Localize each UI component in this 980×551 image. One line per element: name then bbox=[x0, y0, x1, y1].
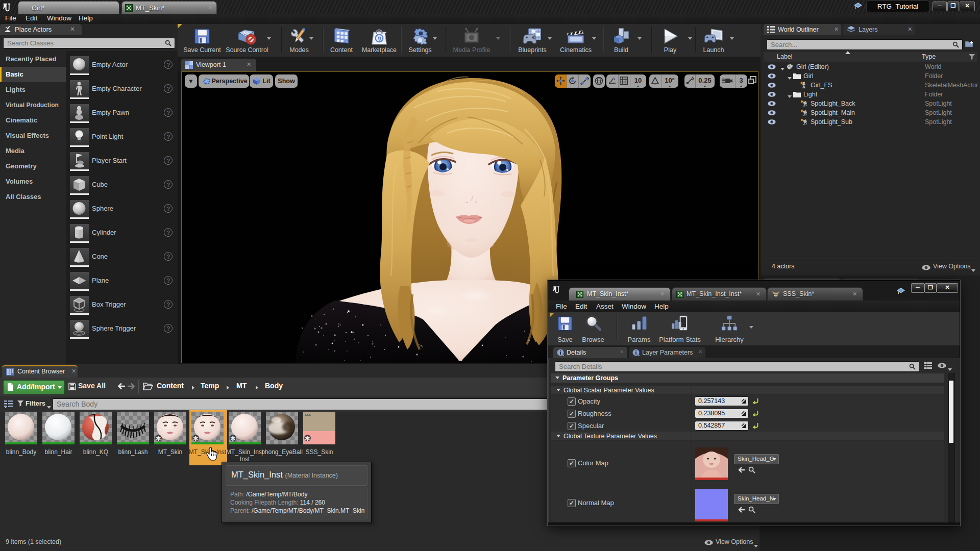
menu-edit[interactable]: Edit bbox=[575, 303, 587, 310]
close-icon[interactable]: ✕ bbox=[208, 4, 213, 11]
window-restore-button[interactable]: ❐ bbox=[924, 283, 937, 293]
blueprints-button[interactable]: Blueprints bbox=[513, 25, 552, 55]
marketplace-button[interactable]: Marketplace bbox=[358, 25, 400, 55]
list-item-point-light[interactable]: Point Light? bbox=[66, 126, 178, 149]
roughness-checkbox[interactable]: ✓ bbox=[568, 410, 576, 418]
specular-checkbox[interactable]: ✓ bbox=[568, 422, 576, 430]
editor-tab-mt-skin-inst[interactable]: MT_Skin_Inst* ✕ bbox=[569, 287, 671, 301]
source-control-button[interactable]: Source Control bbox=[219, 25, 275, 55]
menu-window[interactable]: Window bbox=[47, 14, 71, 22]
place-actors-tab[interactable]: Place Actors ✕ bbox=[0, 24, 82, 35]
rotate-tool-button[interactable] bbox=[567, 74, 579, 88]
filters-button[interactable]: Filters bbox=[26, 399, 45, 407]
category-visual-effects[interactable]: Visual Effects bbox=[0, 128, 66, 143]
save-current-button[interactable]: Save Current bbox=[182, 25, 223, 55]
category-media[interactable]: Media bbox=[0, 143, 66, 159]
close-icon[interactable]: ✕ bbox=[620, 349, 624, 355]
property-column-divider[interactable] bbox=[692, 386, 692, 521]
modes-button[interactable]: Modes bbox=[284, 25, 314, 55]
breadcrumb-temp[interactable]: Temp bbox=[201, 382, 219, 390]
menu-file[interactable]: File bbox=[5, 14, 16, 22]
play-button[interactable]: Play bbox=[657, 25, 683, 55]
roughness-value-input[interactable]: 0.238095 bbox=[695, 409, 749, 418]
list-item-sphere[interactable]: Sphere? bbox=[66, 197, 178, 221]
eye-icon[interactable] bbox=[768, 110, 776, 115]
window-titlebar[interactable]: Girl* MT_Skin* ✕ RTG_Tutorial ─ ❐ ✕ bbox=[0, 0, 980, 14]
editor-hierarchy-button[interactable]: Hierarchy bbox=[712, 313, 747, 344]
column-filter-icon[interactable] bbox=[969, 54, 975, 60]
list-item-empty-pawn[interactable]: Empty Pawn? bbox=[66, 102, 178, 126]
hierarchy-dropdown-icon[interactable] bbox=[749, 326, 753, 329]
category-basic[interactable]: Basic bbox=[0, 67, 66, 82]
grid-snap-button[interactable] bbox=[618, 74, 630, 88]
close-icon[interactable]: ✕ bbox=[247, 61, 251, 68]
close-icon[interactable]: ✕ bbox=[756, 291, 761, 297]
blueprints-dropdown-icon[interactable] bbox=[548, 37, 552, 40]
tutorial-cap-icon[interactable] bbox=[853, 2, 863, 10]
category-geometry[interactable]: Geometry bbox=[0, 159, 66, 174]
menu-help[interactable]: Help bbox=[654, 303, 669, 310]
category-recently-placed[interactable]: Recently Placed bbox=[0, 52, 66, 67]
list-item-box-trigger[interactable]: Box Trigger? bbox=[66, 293, 178, 317]
forward-arrow-icon[interactable] bbox=[127, 382, 136, 390]
scale-snap-button[interactable] bbox=[684, 74, 696, 88]
editor-tab-mt-skin-inst-inst[interactable]: MT_Skin_Inst_Inst* ✕ bbox=[672, 287, 767, 301]
outliner-row-light-folder[interactable]: Light Folder bbox=[764, 90, 980, 99]
close-icon[interactable]: ✕ bbox=[70, 26, 75, 33]
help-icon[interactable]: ? bbox=[164, 252, 173, 261]
opacity-value-input[interactable]: 0.257143 bbox=[695, 396, 749, 406]
angle-snap-button[interactable] bbox=[649, 74, 662, 88]
outliner-row-spotlight-main[interactable]: SpotLight_Main SpotLight bbox=[764, 108, 980, 117]
list-item-sphere-trigger[interactable]: Sphere Trigger? bbox=[66, 317, 178, 341]
display-grid-icon[interactable] bbox=[923, 362, 933, 370]
category-cinematic[interactable]: Cinematic bbox=[0, 113, 66, 128]
viewport-maximize-icon[interactable] bbox=[748, 76, 756, 84]
grid-snap-value[interactable]: 10 bbox=[630, 74, 646, 88]
add-folder-icon[interactable] bbox=[965, 40, 974, 48]
reset-to-default-icon[interactable] bbox=[752, 410, 759, 416]
add-import-button[interactable]: Add/Import bbox=[3, 380, 65, 394]
viewport-show-button[interactable]: Show bbox=[275, 74, 298, 88]
viewport-options-dropdown[interactable]: ▾ bbox=[185, 74, 197, 88]
editor-tab-sss-skin[interactable]: SSS_Skin* ✕ bbox=[767, 287, 863, 301]
scale-tool-button[interactable] bbox=[578, 74, 591, 88]
launch-button[interactable]: Launch bbox=[698, 25, 729, 55]
editor-platform-stats-button[interactable]: Platform Stats bbox=[656, 313, 703, 344]
reset-to-default-icon[interactable] bbox=[752, 397, 759, 404]
specular-value-input[interactable]: 0.542857 bbox=[695, 421, 749, 431]
details-scrollbar[interactable] bbox=[948, 373, 955, 522]
breadcrumb-body[interactable]: Body bbox=[265, 382, 283, 390]
eye-icon[interactable] bbox=[768, 92, 776, 97]
editor-save-button[interactable]: Save bbox=[552, 313, 578, 344]
surface-snap-button[interactable] bbox=[606, 74, 619, 88]
menu-help[interactable]: Help bbox=[79, 14, 93, 22]
help-icon[interactable]: ? bbox=[164, 300, 173, 309]
help-icon[interactable]: ? bbox=[164, 60, 173, 69]
reset-to-default-icon[interactable] bbox=[752, 422, 759, 429]
outliner-row-spotlight-sub[interactable]: SpotLight_Sub SpotLight bbox=[764, 117, 980, 127]
camera-speed-value[interactable]: 3 bbox=[735, 74, 747, 88]
sources-panel-icon[interactable] bbox=[4, 400, 13, 408]
media-profile-button[interactable]: Media Profile bbox=[448, 25, 495, 55]
launch-dropdown-icon[interactable] bbox=[730, 37, 734, 40]
outliner-search-input[interactable]: Search... bbox=[767, 39, 963, 50]
color-map-texture-thumb[interactable] bbox=[695, 447, 728, 480]
browse-to-asset-icon[interactable] bbox=[748, 466, 755, 473]
move-tool-button[interactable] bbox=[555, 74, 567, 88]
eye-icon[interactable] bbox=[768, 73, 776, 79]
scale-snap-value[interactable]: 0.25 bbox=[695, 74, 715, 88]
normal-map-asset-dropdown[interactable]: Skin_Head_N bbox=[734, 494, 779, 504]
help-icon[interactable]: ? bbox=[164, 132, 173, 141]
menu-file[interactable]: File bbox=[556, 303, 567, 310]
texture-section-header[interactable]: Global Texture Parameter Values bbox=[551, 432, 944, 441]
normal-map-checkbox[interactable]: ✓ bbox=[568, 499, 576, 507]
help-icon[interactable]: ? bbox=[164, 228, 173, 237]
back-arrow-icon[interactable] bbox=[116, 382, 126, 390]
menu-window[interactable]: Window bbox=[622, 303, 646, 310]
camera-speed-button[interactable] bbox=[720, 74, 736, 88]
expand-arrow-icon[interactable] bbox=[780, 65, 785, 72]
use-selected-arrow-icon[interactable] bbox=[737, 466, 745, 473]
window-close-button[interactable]: ✕ bbox=[960, 2, 975, 11]
outliner-view-options[interactable]: View Options bbox=[933, 263, 970, 270]
close-icon[interactable]: ✕ bbox=[71, 368, 76, 374]
